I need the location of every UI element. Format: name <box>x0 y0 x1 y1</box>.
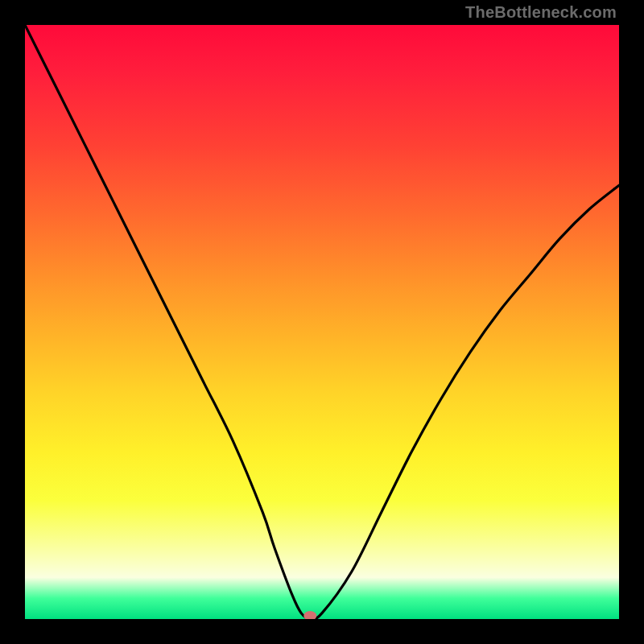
chart-frame: TheBottleneck.com <box>0 0 644 644</box>
bottleneck-curve <box>25 25 619 619</box>
minimum-marker <box>303 611 316 619</box>
watermark-text: TheBottleneck.com <box>465 3 617 22</box>
plot-area <box>25 25 619 619</box>
